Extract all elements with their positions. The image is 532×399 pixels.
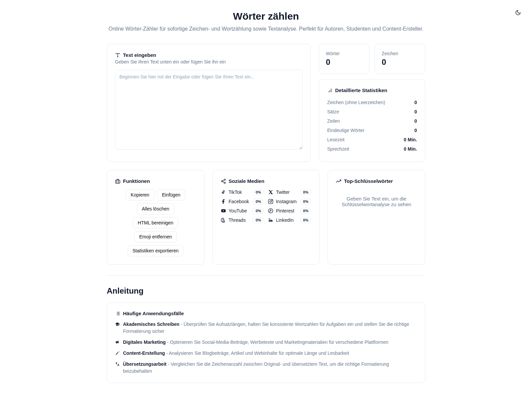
functions-title: Funktionen (123, 178, 150, 184)
social-item-tiktok: TikTok 0% (221, 189, 264, 195)
type-icon (115, 53, 120, 58)
badge: 0% (253, 189, 264, 195)
usecase-row: Akademisches Schreiben - Überprüfen Sie … (115, 321, 417, 335)
guide-heading: Anleitung (107, 286, 425, 296)
svg-line-9 (222, 182, 224, 183)
words-label: Wörter (326, 51, 362, 56)
pen-icon (115, 351, 120, 355)
svg-point-14 (268, 208, 273, 213)
divider (107, 275, 425, 276)
detail-row: Sprechzeit0 Min. (327, 144, 417, 154)
svg-line-10 (222, 180, 224, 181)
paste-button[interactable]: Einfügen (157, 189, 185, 200)
translate-icon (115, 362, 120, 366)
text-input[interactable] (115, 70, 303, 150)
text-input-card: Text eingeben Geben Sie Ihren Text unten… (107, 44, 311, 162)
details-title: Detaillierte Statistiken (335, 87, 387, 93)
bar-chart-icon (327, 88, 332, 93)
input-description: Geben Sie Ihren Text unten ein oder füge… (115, 59, 303, 65)
svg-rect-5 (115, 180, 120, 183)
chars-stat-card: Zeichen 0 (375, 44, 425, 74)
moon-icon (515, 10, 521, 16)
badge: 0% (300, 208, 312, 214)
social-item-twitter: Twitter 0% (268, 189, 311, 195)
chars-value: 0 (382, 58, 418, 67)
svg-point-13 (272, 200, 272, 200)
svg-point-7 (221, 181, 223, 182)
remove-emoji-button[interactable]: Emoji entfernen (134, 231, 177, 242)
social-item-youtube: YouTube 0% (221, 208, 264, 214)
usecase-row: Content-Erstellung - Analysieren Sie Blo… (115, 350, 417, 357)
toolbox-icon (115, 179, 120, 184)
svg-point-8 (224, 182, 225, 183)
usecases-title: Häufige Anwendungsfälle (123, 311, 184, 316)
instagram-icon (268, 199, 273, 204)
megaphone-icon (115, 340, 120, 344)
social-title: Soziale Medien (229, 178, 265, 184)
svg-point-6 (224, 179, 225, 180)
list-icon (115, 311, 120, 316)
clean-html-button[interactable]: HTML bereinigen (133, 217, 178, 228)
words-stat-card: Wörter 0 (319, 44, 369, 74)
badge: 0% (300, 199, 312, 204)
social-item-linkedin: LinkedIn 0% (268, 217, 311, 223)
badge: 0% (253, 217, 264, 223)
linkedin-icon (268, 217, 273, 223)
trending-up-icon (336, 179, 341, 184)
social-item-facebook: Facebook 0% (221, 199, 264, 204)
usecases-card: Häufige Anwendungsfälle Akademisches Sch… (107, 302, 425, 383)
page-subtitle: Online Wörter-Zähler für sofortige Zeich… (107, 26, 425, 32)
clear-button[interactable]: Alles löschen (137, 203, 175, 214)
usecase-row: Übersetzungsarbeit - Vergleichen Sie die… (115, 361, 417, 375)
keywords-card: Top-Schlüsselwörter Geben Sie Text ein, … (328, 170, 425, 265)
detail-row: Eindeutige Wörter0 (327, 126, 417, 135)
detail-row: Lesezeit0 Min. (327, 135, 417, 144)
detailed-stats-card: Detaillierte Statistiken Zeichen (ohne L… (319, 79, 425, 162)
detail-row: Sätze0 (327, 107, 417, 116)
pinterest-icon (268, 208, 273, 213)
social-item-pinterest: Pinterest 0% (268, 208, 311, 214)
tiktok-icon (221, 190, 226, 195)
threads-icon (221, 217, 226, 223)
twitter-icon (268, 190, 273, 195)
social-item-instagram: Instagram 0% (268, 199, 311, 204)
functions-card: Funktionen Kopieren Einfügen Alles lösch… (107, 170, 204, 265)
keywords-title: Top-Schlüsselwörter (344, 178, 393, 184)
social-media-card: Soziale Medien TikTok 0% Twitter 0% Face… (212, 170, 320, 265)
badge: 0% (300, 217, 312, 223)
words-value: 0 (326, 58, 362, 67)
export-stats-button[interactable]: Statistiken exportieren (128, 245, 184, 256)
detail-row: Zeilen0 (327, 116, 417, 126)
page-title: Wörter zählen (107, 11, 425, 22)
share-icon (221, 179, 226, 184)
chars-label: Zeichen (382, 51, 418, 56)
badge: 0% (253, 208, 264, 214)
detail-row: Zeichen (ohne Leerzeichen)0 (327, 98, 417, 107)
social-item-threads: Threads 0% (221, 217, 264, 223)
youtube-icon (221, 208, 226, 213)
badge: 0% (300, 189, 312, 195)
keywords-empty-message: Geben Sie Text ein, um die Schlüsselwort… (336, 185, 417, 218)
usecase-row: Digitales Marketing - Optimieren Sie Soc… (115, 339, 417, 346)
theme-toggle-button[interactable] (512, 7, 524, 19)
badge: 0% (253, 199, 264, 204)
svg-point-12 (270, 200, 271, 202)
input-title: Text eingeben (123, 52, 156, 58)
graduation-cap-icon (115, 322, 120, 327)
copy-button[interactable]: Kopieren (126, 189, 154, 200)
facebook-icon (221, 199, 226, 204)
